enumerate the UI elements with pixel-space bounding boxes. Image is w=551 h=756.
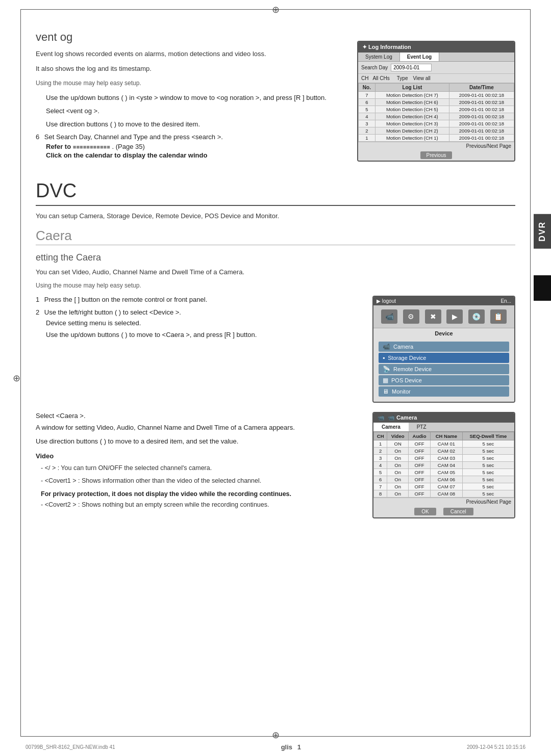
cam-row-video: On — [387, 490, 409, 497]
main-content: vent og Event log shows recorded events … — [0, 0, 551, 549]
page-footer: 00799B_SHR-8162_ENG-NEW.indb 41 glis 1 2… — [0, 743, 551, 751]
step2-text: Select <vent og >. — [46, 107, 99, 115]
device-menu-remote[interactable]: 📡 Remote Device — [379, 364, 509, 374]
camera-bullet2: - <Covert1 > : Shows information other t… — [41, 476, 357, 486]
camera-important: For privacy protection, it does not disp… — [41, 490, 357, 498]
log-tab-system[interactable]: System Log — [358, 53, 400, 61]
log-table-row: 3Motion Detection (CH 3)2009-01-01 00:02… — [359, 120, 514, 127]
cam-row-audio: OFF — [408, 447, 430, 454]
video-label-text: Video — [36, 452, 54, 460]
step5-bold: Refer to — [46, 143, 71, 150]
menu-camera-icon: 📹 — [383, 343, 390, 350]
device-icon-play: ▶ — [446, 309, 463, 324]
log-table-row: 6Motion Detection (CH 6)2009-01-01 00:02… — [359, 99, 514, 106]
step-2b: Use the up/down buttons ( ) to move to <… — [46, 331, 357, 338]
dvr-side-tab: DVR — [534, 214, 551, 249]
cam-row-ch: 2 — [374, 447, 387, 454]
log-ch-row: CH All CHs Type View all — [358, 74, 514, 83]
camera-ok-button[interactable]: OK — [414, 508, 436, 515]
menu-remote-icon: 📡 — [383, 366, 390, 373]
cam-row-name: CAM 02 — [431, 447, 463, 454]
step2-sub: Device setting menu is selected. — [46, 319, 357, 327]
cam-row-video: On — [387, 476, 409, 483]
camera-cancel-button[interactable]: Cancel — [443, 508, 473, 515]
device-header-right: En... — [500, 298, 511, 304]
device-header-left: ▶ logout — [377, 298, 396, 304]
footer-page-label: glis — [281, 743, 292, 751]
camera-tab-camera[interactable]: Camera — [373, 423, 409, 431]
step1-num: 1 — [36, 296, 39, 303]
cam-row-dwell: 5 sec — [462, 468, 514, 476]
log-row-list: Motion Detection (CH 4) — [375, 113, 449, 120]
bottom-compass-icon: ⊕ — [272, 729, 280, 741]
log-row-no: 5 — [359, 106, 375, 113]
cam-row-video: On — [387, 447, 409, 454]
event-log-step1: Use the up/down buttons ( ) in <yste > w… — [46, 92, 342, 103]
device-icon-doc: 📋 — [490, 309, 507, 324]
cam-col-ch: CH — [374, 432, 387, 440]
log-col-list: Log List — [375, 84, 449, 92]
cam-row-audio: OFF — [408, 468, 430, 476]
camera-select-label: Select <Caera >. — [36, 412, 86, 420]
device-menu-storage[interactable]: ▪ Storage Device — [379, 353, 509, 363]
log-row-datetime: 2009-01-01 00:02:18 — [449, 92, 514, 99]
event-log-step4-container: 6 Set Search Day, Channel and Type and t… — [36, 133, 342, 141]
cam-row-audio: OFF — [408, 440, 430, 447]
camera-ok-row: OK Cancel — [373, 506, 514, 517]
log-table-row: 7Motion Detection (CH 7)2009-01-01 00:02… — [359, 92, 514, 99]
camera-nav-row: Previous/Next Page — [373, 498, 514, 506]
cam-row-ch: 7 — [374, 483, 387, 490]
cam-col-dwell: SEQ-Dwell Time — [462, 432, 514, 440]
device-menu-pos[interactable]: ▦ POS Device — [379, 375, 509, 385]
camera-desc2: Using the mouse may help easy setup. — [36, 281, 515, 291]
log-table-row: 2Motion Detection (CH 2)2009-01-01 00:02… — [359, 127, 514, 135]
log-table-row: 5Motion Detection (CH 5)2009-01-01 00:02… — [359, 106, 514, 113]
menu-camera-label: Camera — [393, 344, 413, 350]
all-chs-label: All CHs — [372, 75, 389, 81]
step4-text: Set Search Day, Channel and Type and the… — [44, 133, 223, 141]
log-row-list: Motion Detection (CH 3) — [375, 120, 449, 127]
camera-nav-label: Previous/Next Page — [466, 499, 511, 505]
menu-pos-icon: ▦ — [383, 377, 388, 384]
log-row-datetime: 2009-01-01 00:02:18 — [449, 113, 514, 120]
device-icon-close: ✖ — [425, 309, 441, 324]
dvc-desc: You can setup Camera, Storage Device, Re… — [36, 212, 515, 220]
camera-section-title: Caera — [36, 228, 515, 244]
log-tab-event[interactable]: Event Log — [400, 53, 439, 61]
log-table-row: 4Motion Detection (CH 4)2009-01-01 00:02… — [359, 113, 514, 120]
camera-table-row: 3OnOFFCAM 035 sec — [374, 454, 514, 461]
cam-row-dwell: 5 sec — [462, 476, 514, 483]
log-row-datetime: 2009-01-01 00:02:18 — [449, 106, 514, 113]
camera-table: CH Video Audio CH Name SEQ-Dwell Time 1O… — [373, 432, 514, 498]
device-menu-monitor[interactable]: 🖥 Monitor — [379, 386, 509, 397]
cam-row-name: CAM 04 — [431, 461, 463, 468]
log-row-no: 6 — [359, 99, 375, 106]
device-window: ▶ logout En... 📹 ⚙ ✖ ▶ 💿 📋 — [372, 296, 515, 403]
cam-row-dwell: 5 sec — [462, 454, 514, 461]
camera-tab-ptz[interactable]: PTZ — [409, 423, 435, 431]
camera-window-icon: 📹 — [378, 414, 385, 421]
device-icon-camera: 📹 — [381, 309, 397, 324]
dvr-black-block — [534, 275, 551, 301]
log-row-no: 3 — [359, 120, 375, 127]
event-log-text: vent og Event log shows recorded events … — [36, 31, 342, 162]
camera-bullet3: - <Covert2 > : Shows nothing but an empt… — [41, 500, 357, 510]
device-menu-camera[interactable]: 📹 Camera — [379, 342, 509, 352]
camera-tabs: Camera PTZ — [373, 423, 514, 432]
log-row-list: Motion Detection (CH 7) — [375, 92, 449, 99]
event-log-step3: Use direction buttons ( ) to move to the… — [46, 119, 342, 130]
dvc-title: DVC — [36, 180, 515, 206]
cam-row-name: CAM 01 — [431, 440, 463, 447]
camera-desc1: You can set Video, Audio, Channel Name a… — [36, 267, 515, 278]
cam-row-dwell: 5 sec — [462, 440, 514, 447]
step2-sub-text: Device setting menu is selected. — [46, 319, 141, 327]
cam-row-ch: 3 — [374, 454, 387, 461]
cam-row-name: CAM 06 — [431, 476, 463, 483]
log-row-list: Motion Detection (CH 5) — [375, 106, 449, 113]
log-nav-label: Previous/Next Page — [466, 143, 511, 149]
cam-col-name: CH Name — [431, 432, 463, 440]
log-prev-button[interactable]: Previous — [420, 151, 453, 159]
cam-row-ch: 8 — [374, 490, 387, 497]
search-day-input[interactable] — [391, 64, 432, 71]
menu-remote-label: Remote Device — [393, 366, 432, 372]
